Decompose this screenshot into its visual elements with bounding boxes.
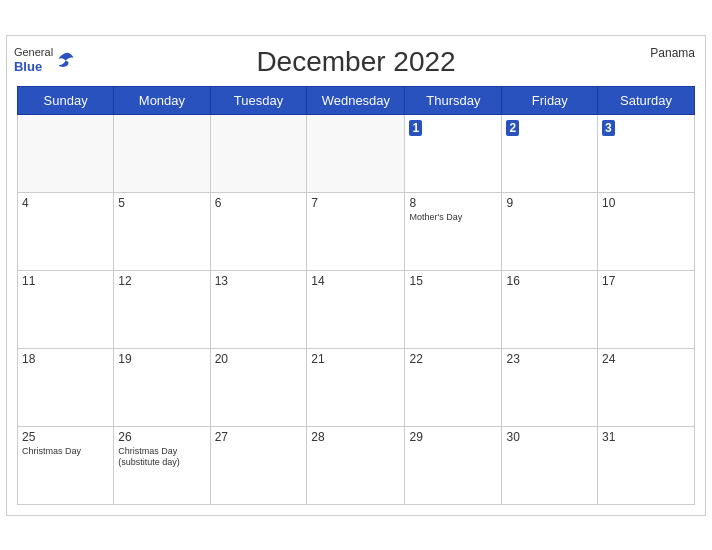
day-number: 13 bbox=[215, 274, 303, 288]
calendar-table: Sunday Monday Tuesday Wednesday Thursday… bbox=[17, 86, 695, 505]
calendar-cell: 19 bbox=[114, 348, 210, 426]
header-wednesday: Wednesday bbox=[307, 86, 405, 114]
calendar-cell: 31 bbox=[598, 426, 695, 504]
day-number: 7 bbox=[311, 196, 400, 210]
logo-general-text: General bbox=[14, 46, 53, 59]
calendar-cell: 8Mother's Day bbox=[405, 192, 502, 270]
day-number: 14 bbox=[311, 274, 400, 288]
calendar-cell: 16 bbox=[502, 270, 598, 348]
country-label: Panama bbox=[650, 46, 695, 60]
day-number: 22 bbox=[409, 352, 497, 366]
week-row-2: 45678Mother's Day910 bbox=[18, 192, 695, 270]
day-number: 24 bbox=[602, 352, 690, 366]
day-number: 27 bbox=[215, 430, 303, 444]
day-number: 21 bbox=[311, 352, 400, 366]
calendar-cell: 18 bbox=[18, 348, 114, 426]
day-number: 2 bbox=[506, 120, 519, 136]
calendar-cell: 1 bbox=[405, 114, 502, 192]
calendar-cell: 13 bbox=[210, 270, 307, 348]
calendar-cell: 30 bbox=[502, 426, 598, 504]
day-number: 26 bbox=[118, 430, 205, 444]
header-saturday: Saturday bbox=[598, 86, 695, 114]
day-number: 12 bbox=[118, 274, 205, 288]
day-number: 11 bbox=[22, 274, 109, 288]
week-row-1: 123 bbox=[18, 114, 695, 192]
calendar-cell: 27 bbox=[210, 426, 307, 504]
header-friday: Friday bbox=[502, 86, 598, 114]
calendar-body: 12345678Mother's Day91011121314151617181… bbox=[18, 114, 695, 504]
calendar-cell bbox=[210, 114, 307, 192]
calendar-cell bbox=[307, 114, 405, 192]
day-number: 30 bbox=[506, 430, 593, 444]
calendar-cell: 7 bbox=[307, 192, 405, 270]
calendar-cell bbox=[18, 114, 114, 192]
day-number: 3 bbox=[602, 120, 615, 136]
week-row-3: 11121314151617 bbox=[18, 270, 695, 348]
day-number: 4 bbox=[22, 196, 109, 210]
day-number: 15 bbox=[409, 274, 497, 288]
calendar-cell: 5 bbox=[114, 192, 210, 270]
calendar-cell: 9 bbox=[502, 192, 598, 270]
calendar-cell: 29 bbox=[405, 426, 502, 504]
calendar-cell: 28 bbox=[307, 426, 405, 504]
logo-bird-icon bbox=[56, 51, 80, 69]
header-thursday: Thursday bbox=[405, 86, 502, 114]
day-number: 28 bbox=[311, 430, 400, 444]
calendar-cell: 21 bbox=[307, 348, 405, 426]
day-number: 10 bbox=[602, 196, 690, 210]
header-tuesday: Tuesday bbox=[210, 86, 307, 114]
calendar-cell: 22 bbox=[405, 348, 502, 426]
calendar-cell: 17 bbox=[598, 270, 695, 348]
day-number: 17 bbox=[602, 274, 690, 288]
calendar-cell: 12 bbox=[114, 270, 210, 348]
day-number: 1 bbox=[409, 120, 422, 136]
calendar-cell: 24 bbox=[598, 348, 695, 426]
calendar-cell: 3 bbox=[598, 114, 695, 192]
day-number: 6 bbox=[215, 196, 303, 210]
calendar-title: December 2022 bbox=[256, 46, 455, 78]
calendar-cell: 11 bbox=[18, 270, 114, 348]
day-number: 25 bbox=[22, 430, 109, 444]
day-number: 19 bbox=[118, 352, 205, 366]
event-label: Mother's Day bbox=[409, 212, 497, 224]
calendar-header: General Blue December 2022 Panama bbox=[17, 46, 695, 78]
event-label: Christmas Day (substitute day) bbox=[118, 446, 205, 469]
day-number: 20 bbox=[215, 352, 303, 366]
day-number: 9 bbox=[506, 196, 593, 210]
header-monday: Monday bbox=[114, 86, 210, 114]
calendar-cell: 23 bbox=[502, 348, 598, 426]
logo-blue-text: Blue bbox=[14, 59, 53, 75]
calendar-cell: 15 bbox=[405, 270, 502, 348]
day-number: 18 bbox=[22, 352, 109, 366]
calendar-cell: 26Christmas Day (substitute day) bbox=[114, 426, 210, 504]
calendar-cell: 20 bbox=[210, 348, 307, 426]
calendar-wrapper: General Blue December 2022 Panama Sunday… bbox=[6, 35, 706, 516]
week-row-5: 25Christmas Day26Christmas Day (substitu… bbox=[18, 426, 695, 504]
event-label: Christmas Day bbox=[22, 446, 109, 458]
calendar-cell bbox=[114, 114, 210, 192]
day-number: 8 bbox=[409, 196, 497, 210]
day-number: 29 bbox=[409, 430, 497, 444]
calendar-cell: 25Christmas Day bbox=[18, 426, 114, 504]
calendar-cell: 10 bbox=[598, 192, 695, 270]
day-number: 5 bbox=[118, 196, 205, 210]
calendar-cell: 2 bbox=[502, 114, 598, 192]
day-number: 16 bbox=[506, 274, 593, 288]
header-sunday: Sunday bbox=[18, 86, 114, 114]
calendar-cell: 14 bbox=[307, 270, 405, 348]
week-row-4: 18192021222324 bbox=[18, 348, 695, 426]
days-header-row: Sunday Monday Tuesday Wednesday Thursday… bbox=[18, 86, 695, 114]
day-number: 31 bbox=[602, 430, 690, 444]
logo: General Blue bbox=[17, 46, 77, 75]
calendar-cell: 6 bbox=[210, 192, 307, 270]
day-number: 23 bbox=[506, 352, 593, 366]
calendar-cell: 4 bbox=[18, 192, 114, 270]
